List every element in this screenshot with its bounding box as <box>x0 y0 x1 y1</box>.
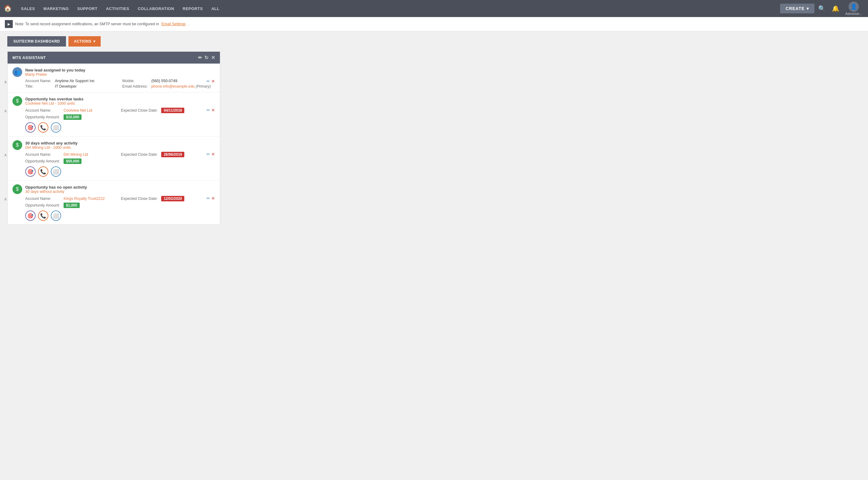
item4-edit-icon[interactable]: ✏ <box>207 196 210 201</box>
item1-collapse-button[interactable]: ∧ <box>4 80 7 84</box>
account-name-value: Anytime Air Support Inc <box>55 79 119 83</box>
item4-collapse-button[interactable]: ∧ <box>4 197 7 201</box>
item2-details: ✏ ✕ Account Name: Coolview Net Ltd Expec… <box>25 108 215 120</box>
item2-text: Opportunity has overdue tasks Coolview N… <box>25 97 83 106</box>
create-button[interactable]: CREATE ▾ <box>780 4 814 13</box>
mobile-label: Mobile: <box>122 79 148 83</box>
item1-edit-actions: ✏ ✕ <box>207 79 215 84</box>
home-button[interactable]: 🏠 <box>4 5 12 12</box>
actions-button[interactable]: ACTIONS ▾ <box>68 36 101 47</box>
item4-date-label: Expected Close Date: <box>121 197 158 201</box>
item2-details-wrapper: ∧ ✏ ✕ Account Name: Coolview Net Ltd Exp… <box>12 108 215 120</box>
nav-reports[interactable]: REPORTS <box>179 0 207 17</box>
widget-refresh-icon[interactable]: ↻ <box>205 55 209 61</box>
top-nav: 🏠 SALES MARKETING SUPPORT ACTIVITIES COL… <box>0 0 868 17</box>
user-menu[interactable]: 👤 Administr... <box>843 0 864 17</box>
title-label: Title: <box>25 84 51 89</box>
opportunity-icon-2: $ <box>12 96 22 106</box>
search-button[interactable]: 🔍 <box>816 2 828 14</box>
actions-dropdown-icon: ▾ <box>93 39 95 43</box>
actions-label: ACTIONS <box>74 39 92 43</box>
widget-title: MTS ASSISTANT <box>12 55 46 60</box>
widget-close-icon[interactable]: ✕ <box>211 55 215 61</box>
item3-account-value[interactable]: Dirt Mining Ltd <box>64 152 117 157</box>
item4-details: ✏ ✕ Account Name: Kings Royalty Trust222… <box>25 196 215 208</box>
item2-edit-actions: ✏ ✕ <box>207 108 215 113</box>
nav-activities[interactable]: ACTIVITIES <box>101 0 133 17</box>
mts-assistant-widget: MTS ASSISTANT ✏ ↻ ✕ 👥 New lead assigned … <box>7 52 220 225</box>
item4-task-button[interactable]: 🎯 <box>25 210 36 221</box>
item1-subtitle[interactable]: Marty Priebe <box>25 72 85 77</box>
notification-text: Note: To send record assignment notifica… <box>15 22 159 26</box>
item1-header: 👥 New lead assigned to you today Marty P… <box>12 67 215 77</box>
toolbar: SUITECRM DASHBOARD ACTIONS ▾ <box>0 31 868 52</box>
item2-actions-row: 🎯 📞 ⬜ <box>25 122 215 132</box>
item3-amount-label: Opportunity Amount: <box>25 159 60 163</box>
email-label: Email Address: <box>122 84 148 89</box>
nav-collaboration[interactable]: COLLABORATION <box>133 0 179 17</box>
widget-edit-icon[interactable]: ✏ <box>198 55 202 61</box>
email-qualifier: (Primary) <box>196 84 211 89</box>
item1-details-inner: Account Name: Anytime Air Support Inc Mo… <box>25 79 215 89</box>
item3-meeting-button[interactable]: ⬜ <box>51 167 61 177</box>
nav-sales[interactable]: SALES <box>17 0 39 17</box>
nav-marketing[interactable]: MARKETING <box>39 0 73 17</box>
item2-date-badge: 04/11/2018 <box>161 108 184 113</box>
item3-amount-badge: $50,000 <box>64 158 82 164</box>
item4-subtitle[interactable]: 30 days without activity <box>25 189 87 194</box>
item2-amount-wrapper: $10,000 <box>64 114 117 120</box>
notification-suffix: . <box>188 22 189 26</box>
nav-all[interactable]: ALL <box>207 0 224 17</box>
item3-edit-icon[interactable]: ✏ <box>207 152 210 157</box>
item2-account-label: Account Name: <box>25 108 60 113</box>
item2-delete-icon[interactable]: ✕ <box>211 108 215 113</box>
notifications-button[interactable]: 🔔 <box>829 2 842 14</box>
item3-subtitle[interactable]: Dirt Mining Ltd - 1000 units <box>25 145 78 150</box>
no-activity-item: $ 30 days without any activity Dirt Mini… <box>8 137 220 181</box>
item3-title: 30 days without any activity <box>25 141 78 145</box>
dismiss-notification-button[interactable]: ▶ <box>5 20 13 28</box>
item2-amount-badge: $10,000 <box>64 114 82 120</box>
item3-collapse-button[interactable]: ∧ <box>4 152 7 157</box>
item4-date-badge: 12/02/2020 <box>161 196 184 201</box>
email-settings-link[interactable]: Email Settings <box>161 22 186 26</box>
item3-details-inner: Account Name: Dirt Mining Ltd Expected C… <box>25 152 215 164</box>
item2-task-button[interactable]: 🎯 <box>25 122 36 132</box>
item1-edit-icon[interactable]: ✏ <box>207 79 210 84</box>
item2-header: $ Opportunity has overdue tasks Coolview… <box>12 96 215 106</box>
item4-title: Opportunity has no open activity <box>25 185 87 189</box>
nav-right: CREATE ▾ 🔍 🔔 👤 Administr... <box>780 0 864 17</box>
item2-account-value[interactable]: Coolview Net Ltd <box>64 108 117 113</box>
notification-bar: ▶ Note: To send record assignment notifi… <box>0 17 868 31</box>
item1-delete-icon[interactable]: ✕ <box>211 79 215 84</box>
item3-date-label: Expected Close Date: <box>121 152 158 157</box>
item3-date-badge: 26/06/2019 <box>161 152 184 157</box>
item3-text: 30 days without any activity Dirt Mining… <box>25 141 78 150</box>
user-avatar: 👤 <box>848 2 859 12</box>
item3-delete-icon[interactable]: ✕ <box>211 152 215 157</box>
nav-support[interactable]: SUPPORT <box>73 0 101 17</box>
item4-call-button[interactable]: 📞 <box>38 210 49 221</box>
opportunity-icon-4: $ <box>12 184 22 194</box>
item4-delete-icon[interactable]: ✕ <box>211 196 215 201</box>
item3-call-button[interactable]: 📞 <box>38 167 49 177</box>
item4-meeting-button[interactable]: ⬜ <box>51 210 61 221</box>
item2-edit-icon[interactable]: ✏ <box>207 108 210 113</box>
item2-subtitle[interactable]: Coolview Net Ltd - 1000 units <box>25 101 83 106</box>
item4-details-inner: Account Name: Kings Royalty Trust2222 Ex… <box>25 196 215 208</box>
item3-task-button[interactable]: 🎯 <box>25 167 36 177</box>
dashboard-button[interactable]: SUITECRM DASHBOARD <box>7 36 66 47</box>
email-link[interactable]: phone.info@example.edu <box>151 84 195 89</box>
item2-meeting-button[interactable]: ⬜ <box>51 122 61 132</box>
widget-header: MTS ASSISTANT ✏ ↻ ✕ <box>8 52 220 64</box>
widget-header-actions: ✏ ↻ ✕ <box>198 55 215 61</box>
user-label: Administr... <box>845 12 862 16</box>
item2-call-button[interactable]: 📞 <box>38 122 49 132</box>
item3-amount-wrapper: $50,000 <box>64 158 117 164</box>
item4-actions-row: 🎯 📞 ⬜ <box>25 210 215 221</box>
item3-details-wrapper: ∧ ✏ ✕ Account Name: Dirt Mining Ltd Expe… <box>12 152 215 164</box>
item4-account-value[interactable]: Kings Royalty Trust2222 <box>64 197 117 201</box>
item2-date-label: Expected Close Date: <box>121 108 158 113</box>
lead-item: 👥 New lead assigned to you today Marty P… <box>8 64 220 92</box>
item2-collapse-button[interactable]: ∧ <box>4 108 7 113</box>
